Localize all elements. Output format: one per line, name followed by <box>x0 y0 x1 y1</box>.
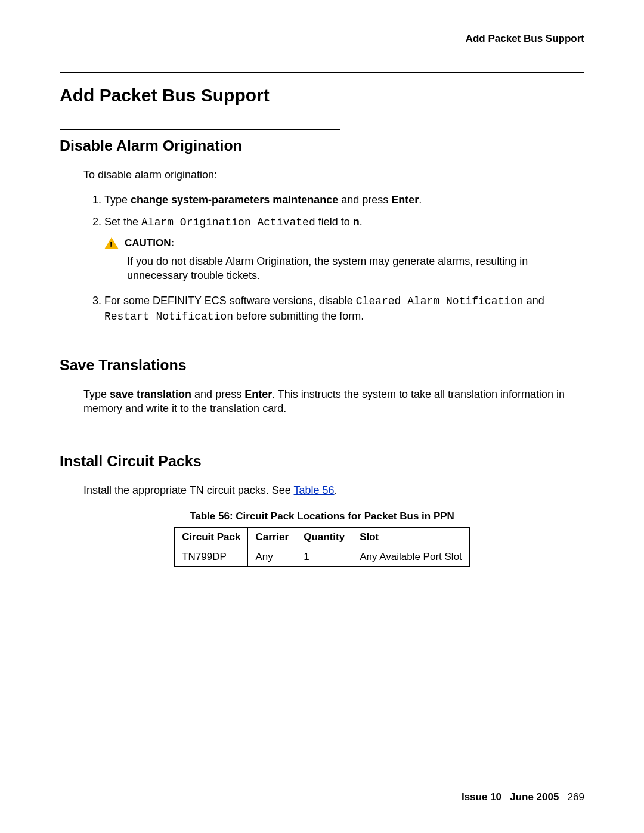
text: For some DEFINITY ECS software versions,… <box>104 295 356 306</box>
table-caption: Table 56: Circuit Pack Locations for Pac… <box>60 510 584 522</box>
install-text: Install the appropriate TN circuit packs… <box>83 483 584 497</box>
table-56-link[interactable]: Table 56 <box>294 484 335 496</box>
text: and press <box>191 388 244 400</box>
heading-save-translations: Save Translations <box>60 357 584 374</box>
heading-install-circuit-packs: Install Circuit Packs <box>60 453 584 470</box>
page-footer: Issue 10 June 2005 269 <box>462 791 584 803</box>
col-quantity: Quantity <box>296 527 352 547</box>
text: . <box>360 216 363 228</box>
text: Type <box>104 194 131 206</box>
table-header-row: Circuit Pack Carrier Quantity Slot <box>175 527 470 547</box>
field-name: Restart Notification <box>104 311 233 323</box>
rule-thin <box>60 129 340 130</box>
command-text: change system-parameters maintenance <box>131 194 338 206</box>
rule-thin <box>60 445 340 445</box>
footer-date: June 2005 <box>510 791 559 803</box>
footer-issue: Issue 10 <box>462 791 501 803</box>
text: before submitting the form. <box>233 310 364 322</box>
cell-carrier: Any <box>248 547 296 566</box>
col-slot: Slot <box>352 527 470 547</box>
text: . <box>335 484 338 496</box>
field-name: Alarm Origination Activated <box>141 216 315 228</box>
heading-disable-alarm-origination: Disable Alarm Origination <box>60 137 584 154</box>
rule-thin <box>60 349 340 349</box>
caution-icon <box>104 237 119 249</box>
caution-label: CAUTION: <box>125 237 174 250</box>
intro-text: To disable alarm origination: <box>83 168 584 182</box>
rule-thick <box>60 72 584 73</box>
text: and <box>524 295 544 306</box>
text: Set the <box>104 216 141 228</box>
steps-list: Type change system-parameters maintenanc… <box>104 193 584 324</box>
page-title: Add Packet Bus Support <box>60 85 584 106</box>
running-head: Add Packet Bus Support <box>60 33 584 45</box>
cell-circuit-pack: TN799DP <box>175 547 248 566</box>
caution-header: CAUTION: <box>104 237 584 250</box>
col-circuit-pack: Circuit Pack <box>175 527 248 547</box>
footer-page-number: 269 <box>568 791 584 803</box>
key-enter: Enter <box>391 194 419 206</box>
step-3: For some DEFINITY ECS software versions,… <box>104 293 584 324</box>
save-translations-text: Type save translation and press Enter. T… <box>83 387 584 416</box>
table-row: TN799DP Any 1 Any Available Port Slot <box>175 547 470 566</box>
caution-text: If you do not disable Alarm Origination,… <box>127 254 584 283</box>
text: and press <box>338 194 391 206</box>
step-2: Set the Alarm Origination Activated fiel… <box>104 215 584 283</box>
text: Type <box>83 388 110 400</box>
col-carrier: Carrier <box>248 527 296 547</box>
text: Install the appropriate TN circuit packs… <box>83 484 294 496</box>
cell-quantity: 1 <box>296 547 352 566</box>
text: field to <box>315 216 353 228</box>
command-text: save translation <box>110 388 191 400</box>
step-1: Type change system-parameters maintenanc… <box>104 193 584 207</box>
field-name: Cleared Alarm Notification <box>356 295 524 307</box>
table-circuit-pack-locations: Circuit Pack Carrier Quantity Slot TN799… <box>174 527 470 567</box>
cell-slot: Any Available Port Slot <box>352 547 470 566</box>
document-page: Add Packet Bus Support Add Packet Bus Su… <box>0 0 644 833</box>
value-n: n <box>353 216 360 228</box>
text: . <box>419 194 422 206</box>
key-enter: Enter <box>244 388 272 400</box>
